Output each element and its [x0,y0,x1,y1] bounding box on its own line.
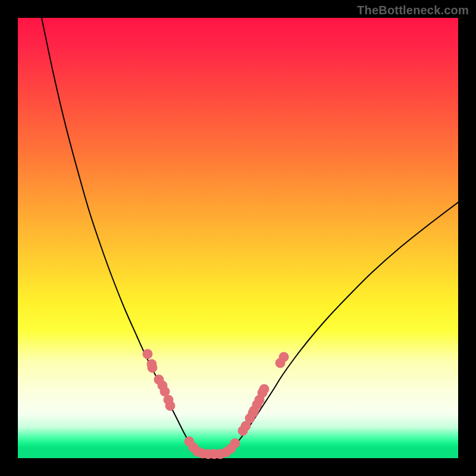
chart-frame: TheBottleneck.com [0,0,476,476]
data-marker [143,349,152,359]
data-marker [279,352,289,362]
marker-group [143,349,289,459]
data-marker [259,384,269,394]
watermark-text: TheBottleneck.com [357,4,469,17]
data-marker [148,363,157,372]
chart-svg [18,18,458,458]
bottleneck-curve [42,18,458,454]
plot-area [18,18,458,458]
data-marker [230,439,240,448]
data-marker [165,401,175,411]
